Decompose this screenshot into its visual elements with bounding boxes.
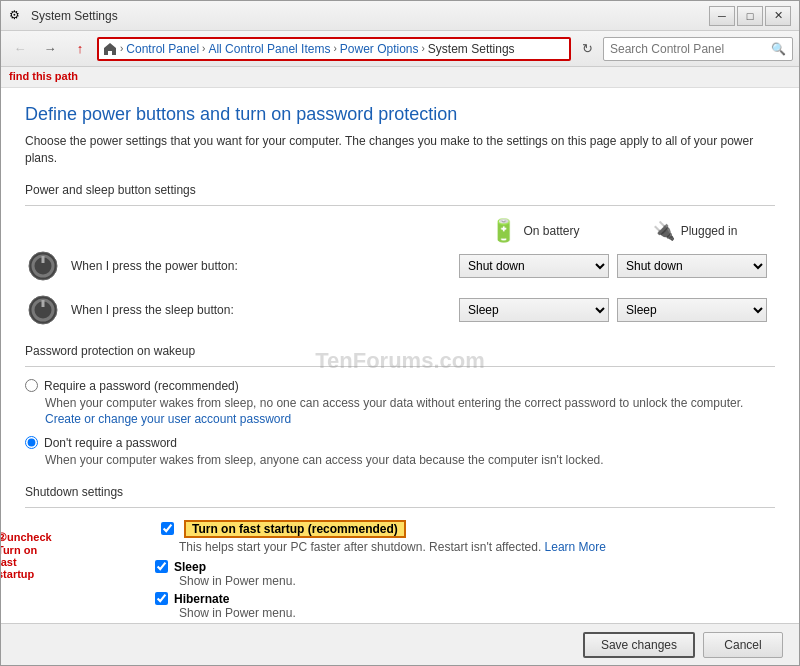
search-icon: 🔍 (771, 42, 786, 56)
sleep-desc: Show in Power menu. (179, 574, 775, 588)
sleep-button-icon (27, 294, 59, 326)
maximize-button[interactable]: □ (737, 6, 763, 26)
hibernate-desc: Show in Power menu. (179, 606, 775, 620)
breadcrumb-sep-2: › (202, 43, 205, 54)
page-title: Define power buttons and turn on passwor… (25, 104, 775, 125)
close-button[interactable]: ✕ (765, 6, 791, 26)
require-password-text: Require a password (recommended) (44, 379, 239, 393)
power-button-row: When I press the power button: Shut down… (25, 248, 775, 284)
fast-startup-desc: This helps start your PC faster after sh… (179, 540, 775, 554)
breadcrumb-all-items[interactable]: All Control Panel Items (208, 42, 330, 56)
power-button-plugged-select[interactable]: Shut down Do nothing Sleep Hibernate Tur… (617, 254, 767, 278)
change-password-link[interactable]: Create or change your user account passw… (45, 412, 291, 426)
require-password-label[interactable]: Require a password (recommended) (25, 379, 775, 393)
back-button[interactable]: ← (7, 37, 33, 61)
password-section: Password protection on wakeup Require a … (25, 344, 775, 469)
battery-col-header: 🔋 On battery (455, 218, 615, 244)
require-password-desc: When your computer wakes from sleep, no … (45, 395, 775, 429)
breadcrumb-sep-1: › (120, 43, 123, 54)
find-path-annotation: find this path (9, 70, 78, 82)
window-icon: ⚙ (9, 8, 25, 24)
learn-more-link[interactable]: Learn More (545, 540, 606, 554)
page-description: Choose the power settings that you want … (25, 133, 775, 167)
plugged-col-header: 🔌 Plugged in (615, 218, 775, 244)
window-controls: ─ □ ✕ (709, 6, 791, 26)
breadcrumb-item-home[interactable] (103, 41, 117, 56)
power-section-header: Power and sleep button settings (25, 183, 775, 197)
fast-startup-checkbox[interactable] (161, 522, 174, 535)
annotation-bar: find this path (1, 67, 799, 88)
hibernate-label: Hibernate (174, 592, 229, 606)
battery-icon: 🔋 (490, 218, 517, 244)
search-input[interactable] (610, 42, 771, 56)
shutdown-section: Shutdown settings ②uncheck Turn onfast s… (25, 485, 775, 623)
forward-button[interactable]: → (37, 37, 63, 61)
power-button-battery-select[interactable]: Shut down Do nothing Sleep Hibernate Tur… (459, 254, 609, 278)
no-password-desc: When your computer wakes from sleep, any… (45, 452, 775, 469)
footer: Save changes Cancel (1, 623, 799, 665)
up-button[interactable]: ↑ (67, 37, 93, 61)
main-content: TenForums.com Define power buttons and t… (1, 88, 799, 623)
plugged-label: Plugged in (681, 224, 738, 238)
no-password-radio[interactable] (25, 436, 38, 449)
breadcrumb-sep-3: › (333, 43, 336, 54)
no-password-option: Don't require a password When your compu… (25, 436, 775, 469)
sleep-row: Sleep Show in Power menu. (25, 560, 775, 588)
sleep-button-row: When I press the sleep button: Sleep Do … (25, 292, 775, 328)
annotation-num2-left: ②uncheck Turn onfast startup (1, 531, 52, 580)
breadcrumb-control-panel[interactable]: Control Panel (126, 42, 199, 56)
title-bar: ⚙ System Settings ─ □ ✕ (1, 1, 799, 31)
sleep-button-battery-select[interactable]: Sleep Do nothing Hibernate Shut down Tur… (459, 298, 609, 322)
power-divider (25, 205, 775, 206)
no-password-text: Don't require a password (44, 436, 177, 450)
fast-startup-highlight-box: Turn on fast startup (recommended) (184, 520, 406, 538)
plugged-icon: 🔌 (653, 220, 675, 242)
hibernate-checkbox[interactable] (155, 592, 168, 605)
nav-bar: ← → ↑ › Control Panel › All Control Pane… (1, 31, 799, 67)
power-button-label: When I press the power button: (71, 259, 459, 273)
password-divider (25, 366, 775, 367)
password-section-header: Password protection on wakeup (25, 344, 775, 358)
require-password-radio[interactable] (25, 379, 38, 392)
system-settings-window: ⚙ System Settings ─ □ ✕ ← → ↑ › Control … (0, 0, 800, 666)
minimize-button[interactable]: ─ (709, 6, 735, 26)
power-button-icon (27, 250, 59, 282)
breadcrumb-sep-4: › (422, 43, 425, 54)
power-button-dropdowns: Shut down Do nothing Sleep Hibernate Tur… (459, 254, 775, 278)
cancel-button[interactable]: Cancel (703, 632, 783, 658)
sleep-label: Sleep (174, 560, 206, 574)
power-table-header: 🔋 On battery 🔌 Plugged in (25, 218, 775, 244)
hibernate-row: Hibernate Show in Power menu. (25, 592, 775, 620)
sleep-button-plugged-select[interactable]: Sleep Do nothing Hibernate Shut down Tur… (617, 298, 767, 322)
battery-label: On battery (523, 224, 579, 238)
breadcrumb-power-options[interactable]: Power Options (340, 42, 419, 56)
search-box[interactable]: 🔍 (603, 37, 793, 61)
no-password-label[interactable]: Don't require a password (25, 436, 775, 450)
breadcrumb-bar[interactable]: › Control Panel › All Control Panel Item… (97, 37, 571, 61)
refresh-button[interactable]: ↻ (575, 37, 599, 61)
breadcrumb-current: System Settings (428, 42, 515, 56)
window-title: System Settings (31, 9, 709, 23)
sleep-button-label: When I press the sleep button: (71, 303, 459, 317)
sleep-checkbox[interactable] (155, 560, 168, 573)
power-table: 🔋 On battery 🔌 Plugged in When I (25, 218, 775, 328)
fast-startup-row: ②uncheck Turn onfast startup Turn on fas… (25, 520, 775, 554)
require-password-option: Require a password (recommended) When yo… (25, 379, 775, 429)
sleep-button-dropdowns: Sleep Do nothing Hibernate Shut down Tur… (459, 298, 775, 322)
shutdown-divider (25, 507, 775, 508)
shutdown-section-header: Shutdown settings (25, 485, 775, 499)
save-changes-button[interactable]: Save changes (583, 632, 695, 658)
